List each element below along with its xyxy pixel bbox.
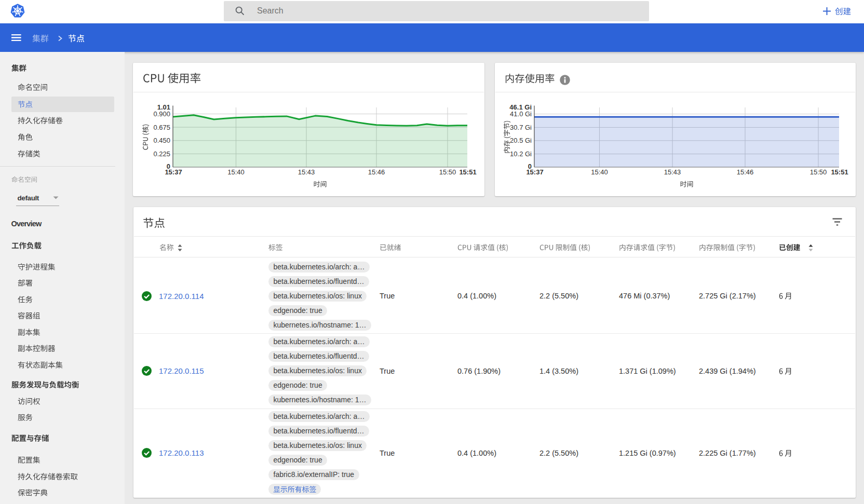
svg-text:41.0 Gi: 41.0 Gi — [510, 110, 532, 118]
svg-text:15:46: 15:46 — [368, 168, 385, 176]
svg-text:20.5 Gi: 20.5 Gi — [510, 137, 532, 144]
svg-text:15:43: 15:43 — [298, 168, 315, 176]
svg-text:30.7 Gi: 30.7 Gi — [510, 124, 532, 131]
svg-text:0.225: 0.225 — [153, 150, 170, 158]
svg-text:15:51: 15:51 — [831, 168, 848, 176]
svg-text:0.450: 0.450 — [153, 137, 170, 144]
svg-text:15:50: 15:50 — [810, 168, 827, 176]
svg-text:15:40: 15:40 — [591, 168, 608, 176]
svg-text:10.2 Gi: 10.2 Gi — [510, 150, 532, 158]
svg-text:0.675: 0.675 — [153, 124, 170, 131]
svg-text:15:43: 15:43 — [664, 168, 681, 176]
svg-text:15:50: 15:50 — [439, 168, 456, 176]
svg-text:15:40: 15:40 — [227, 168, 245, 176]
svg-text:15:37: 15:37 — [165, 168, 182, 176]
svg-text:0.900: 0.900 — [153, 110, 170, 118]
svg-text:15:46: 15:46 — [737, 168, 754, 176]
svg-text:15:51: 15:51 — [459, 168, 476, 176]
svg-text:15:37: 15:37 — [526, 168, 543, 176]
